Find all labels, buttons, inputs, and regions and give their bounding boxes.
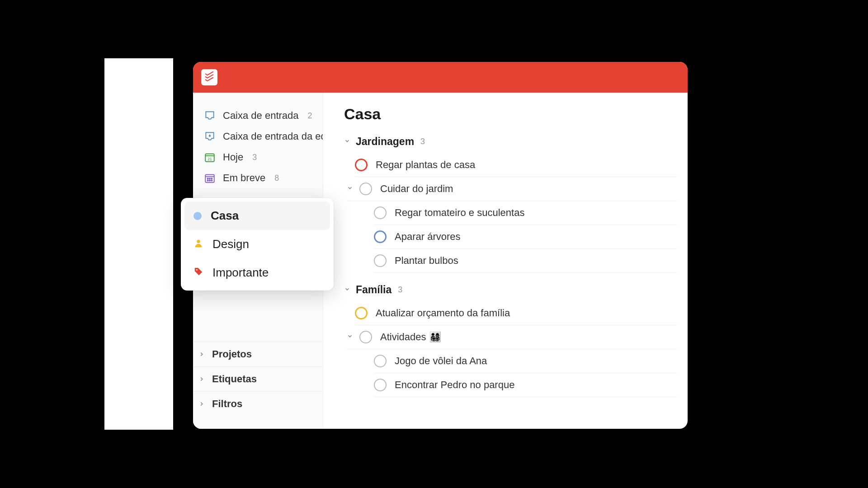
chevron-right-icon: [198, 350, 206, 358]
favorites-popover: CasaDesignImportante: [181, 198, 334, 291]
task-row[interactable]: Aparar árvores: [374, 225, 677, 249]
task-checkbox[interactable]: [374, 379, 387, 391]
task-row[interactable]: Atualizar orçamento da família: [355, 301, 677, 325]
svg-point-8: [211, 180, 212, 181]
task-text: Cuidar do jardim: [380, 183, 453, 195]
page-gutter: [104, 58, 173, 430]
task-text: Atividades 👨‍👩‍👧‍👦: [380, 331, 441, 343]
sidebar-nav-upcoming[interactable]: Em breve8: [193, 168, 323, 188]
section-title[interactable]: Jardinagem: [356, 136, 414, 148]
nav-count: 8: [274, 174, 279, 183]
task-checkbox[interactable]: [355, 307, 368, 319]
task-row[interactable]: Plantar bulbos: [374, 249, 677, 273]
page-title: Casa: [344, 105, 677, 123]
task-text: Atualizar orçamento da família: [376, 307, 510, 319]
task-checkbox[interactable]: [374, 355, 387, 367]
sidebar-section-filtros[interactable]: Filtros: [193, 391, 323, 416]
inbox-icon: [204, 110, 216, 122]
nav-label: Caixa de entrada: [223, 110, 299, 122]
titlebar: [193, 62, 688, 93]
svg-text:21: 21: [208, 157, 212, 161]
section-title[interactable]: Família: [356, 284, 392, 296]
section-jardinagem: Jardinagem3Regar plantas de casaCuidar d…: [344, 136, 677, 273]
nav-label: Em breve: [223, 172, 265, 184]
person-icon: [193, 238, 203, 251]
task-row[interactable]: Jogo de vôlei da Ana: [374, 349, 677, 373]
task-row[interactable]: Regar plantas de casa: [355, 153, 677, 177]
favorite-label: Design: [212, 237, 249, 251]
svg-point-10: [196, 269, 198, 270]
nav-label: Hoje: [223, 151, 243, 163]
todoist-icon: [204, 71, 214, 83]
section-label: Filtros: [212, 398, 242, 410]
nav-count: 2: [308, 111, 312, 121]
task-text: Encontrar Pedro no parque: [395, 379, 514, 391]
chevron-down-icon[interactable]: [347, 185, 354, 193]
task-row[interactable]: Atividades 👨‍👩‍👧‍👦: [359, 325, 677, 349]
team-inbox-icon: [204, 131, 216, 142]
chevron-down-icon[interactable]: [344, 286, 351, 294]
task-row[interactable]: Regar tomateiro e suculentas: [374, 201, 677, 225]
sidebar-nav-team-inbox[interactable]: Caixa de entrada da equ: [193, 126, 323, 147]
today-icon: 21: [204, 151, 216, 163]
nav-count: 3: [252, 153, 257, 162]
favorite-item-casa[interactable]: Casa: [184, 202, 330, 230]
app-logo[interactable]: [201, 69, 217, 85]
sidebar-nav-inbox[interactable]: Caixa de entrada2: [193, 105, 323, 126]
task-checkbox[interactable]: [374, 254, 387, 267]
main-content: Casa Jardinagem3Regar plantas de casaCui…: [323, 93, 688, 429]
task-text: Aparar árvores: [395, 231, 461, 243]
section-count: 3: [398, 285, 402, 295]
task-checkbox[interactable]: [359, 331, 372, 343]
task-row[interactable]: Encontrar Pedro no parque: [374, 373, 677, 397]
task-text: Plantar bulbos: [395, 255, 458, 267]
chevron-right-icon: [198, 375, 206, 383]
section-count: 3: [420, 137, 425, 146]
task-checkbox[interactable]: [374, 206, 387, 219]
section-label: Projetos: [212, 348, 252, 360]
upcoming-icon: [204, 172, 216, 184]
section-família: Família3Atualizar orçamento da famíliaAt…: [344, 284, 677, 397]
task-checkbox[interactable]: [374, 230, 387, 243]
project-dot-icon: [193, 212, 202, 220]
svg-point-5: [211, 178, 212, 179]
task-row[interactable]: Cuidar do jardim: [359, 177, 677, 201]
task-checkbox[interactable]: [355, 159, 368, 171]
nav-label: Caixa de entrada da equ: [223, 131, 323, 142]
chevron-down-icon[interactable]: [347, 333, 354, 341]
task-text: Jogo de vôlei da Ana: [395, 355, 487, 367]
svg-point-6: [208, 180, 208, 181]
sidebar-section-projetos[interactable]: Projetos: [193, 342, 323, 366]
task-checkbox[interactable]: [359, 183, 372, 195]
sidebar-nav-today[interactable]: 21Hoje3: [193, 147, 323, 168]
chevron-right-icon: [198, 400, 206, 408]
tag-icon: [193, 267, 203, 279]
svg-point-3: [208, 178, 208, 179]
task-text: Regar tomateiro e suculentas: [395, 207, 524, 219]
svg-point-7: [209, 180, 210, 181]
chevron-down-icon[interactable]: [344, 138, 351, 146]
favorite-label: Importante: [212, 266, 269, 280]
svg-point-4: [209, 178, 210, 179]
sidebar-section-etiquetas[interactable]: Etiquetas: [193, 366, 323, 391]
svg-point-9: [197, 239, 200, 243]
favorite-item-design[interactable]: Design: [184, 230, 330, 258]
favorite-label: Casa: [211, 209, 239, 223]
task-text: Regar plantas de casa: [376, 159, 475, 171]
favorite-item-importante[interactable]: Importante: [184, 258, 330, 287]
section-label: Etiquetas: [212, 373, 257, 385]
